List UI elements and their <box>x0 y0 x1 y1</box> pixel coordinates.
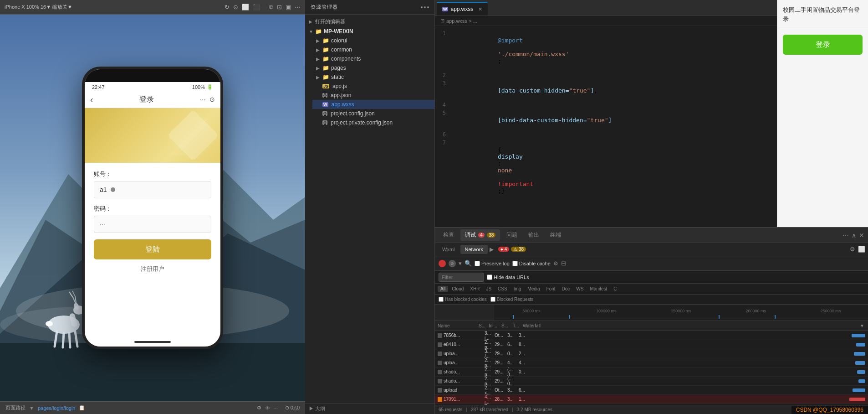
dt-tab-terminal[interactable]: 终端 <box>546 229 566 241</box>
hide-data-urls-label[interactable]: Hide data URLs <box>487 274 529 280</box>
sim-icon-2[interactable]: ⊙ <box>233 4 238 10</box>
file-pages[interactable]: ▶ 📁 pages <box>312 63 434 72</box>
svg-rect-4 <box>0 343 305 401</box>
nav-dots-btn[interactable]: ··· <box>200 96 206 104</box>
col-t: T... <box>513 323 523 328</box>
tab-close-btn[interactable]: ✕ <box>478 6 482 12</box>
header-decor-inner <box>170 119 207 156</box>
disable-cache-checkbox[interactable]: Disable cache <box>512 261 551 266</box>
bottom-settings-icon[interactable]: ⚙ <box>257 405 261 411</box>
sim-icon-6[interactable]: ⊡ <box>277 4 282 10</box>
bottom-path: pages/login/login <box>38 405 76 411</box>
filter-icon[interactable]: ▾ <box>459 260 462 267</box>
subtab-controls: ⚙ ⬜ <box>850 246 865 253</box>
dt-expand-icon[interactable]: ⋯ <box>842 232 849 239</box>
type-filter-ws[interactable]: WS <box>573 286 586 292</box>
net-row-4[interactable]: uploa... 2... p... 29... 4... 4... <box>435 358 868 367</box>
stop-btn[interactable]: ⊘ <box>449 260 456 267</box>
folder-icon: 📁 <box>322 56 329 62</box>
type-filter-css[interactable]: CSS <box>495 286 510 292</box>
sim-icon-1[interactable]: ↻ <box>225 4 230 10</box>
type-filter-doc[interactable]: Doc <box>559 286 573 292</box>
file-projectprivateconfig[interactable]: {} project.private.config.json <box>312 118 434 127</box>
file-static[interactable]: ▶ 📁 static <box>312 72 434 82</box>
open-editors-header[interactable]: ▶ 打开的编辑器 <box>305 16 434 27</box>
json-icon: {} <box>322 111 327 116</box>
dt-expand2-icon[interactable]: ⬜ <box>858 246 865 253</box>
network-settings-icon[interactable]: ⚙ <box>553 260 558 267</box>
net-row-7[interactable]: upload 2... x... Ot... 3... 6... <box>435 386 868 395</box>
path-copy-icon[interactable]: 📋 <box>79 405 85 411</box>
outline-section[interactable]: ▶ 大纲 <box>305 403 434 414</box>
type-filter-js[interactable]: JS <box>483 286 494 292</box>
dt-tab-debug[interactable]: 调试 4 38 <box>460 229 500 241</box>
type-filter-manifest[interactable]: Manifest <box>587 286 610 292</box>
bottom-more-icon[interactable]: ··· <box>274 405 278 411</box>
sim-icon-4[interactable]: ⬛ <box>253 4 260 10</box>
net-row-8[interactable]: 17091... 4... j... 28... 3... 1... <box>435 395 868 404</box>
tl-200k: 200000 ms <box>719 309 793 313</box>
net-row-1[interactable]: 7856b... 3... j... Ot... 3... 3... <box>435 331 868 340</box>
network-toolbar: ⊘ ▾ 🔍 Preserve log Disable cache ⚙ ⊟ <box>435 256 868 271</box>
dt-tab-problem[interactable]: 问题 <box>502 229 522 241</box>
type-filter-cloud[interactable]: Cloud <box>449 286 466 292</box>
col-sort-arrow[interactable]: ▼ <box>860 323 865 328</box>
file-appjson[interactable]: {} app.json <box>312 91 434 100</box>
col-size: S... <box>501 323 513 328</box>
explorer-header: 资源管理器 <box>305 0 434 15</box>
phone-register-link[interactable]: 注册用户 <box>94 265 211 273</box>
net-row-5[interactable]: shado... 2... p... 29... (... 3... 0... <box>435 367 868 377</box>
filter-input[interactable] <box>439 273 484 282</box>
type-filter-img[interactable]: Img <box>511 286 524 292</box>
dt-tab-output[interactable]: 输出 <box>524 229 544 241</box>
folder-icon: 📁 <box>315 28 322 35</box>
dt-close-icon[interactable]: ✕ <box>859 232 864 239</box>
sim-icon-7[interactable]: ▣ <box>286 4 291 10</box>
watermark: CSDN @QQ_17958060396 <box>791 406 868 414</box>
sim-icon-5[interactable]: ⧉ <box>269 4 273 11</box>
type-filter-all[interactable]: All <box>438 286 448 292</box>
blocked-cookies-label[interactable]: Has blocked cookies <box>439 297 487 302</box>
explorer-dots[interactable] <box>421 6 429 8</box>
editor-tab-appwxss[interactable]: W app.wxss ✕ <box>437 2 488 16</box>
bottom-eye-icon[interactable]: 👁 <box>265 405 270 411</box>
net-row-6[interactable]: shado... 2... p... 29... (... 0... <box>435 377 868 386</box>
account-input[interactable]: a1 <box>94 181 211 198</box>
phone-status-bar: 22:47 100% 🔋 <box>85 82 220 92</box>
preserve-log-checkbox[interactable]: Preserve log <box>475 261 510 266</box>
dt-subtab-wxml[interactable]: Wxml <box>438 245 460 254</box>
col-waterfall: Waterfall <box>523 323 860 328</box>
type-filter-media[interactable]: Media <box>525 286 542 292</box>
dt-subtab-network[interactable]: Network <box>460 245 488 254</box>
file-appjs[interactable]: JS app.js <box>312 82 434 91</box>
sim-icon-3[interactable]: ⬜ <box>242 4 249 10</box>
dt-settings-icon[interactable]: ⚙ <box>850 246 855 253</box>
type-filter-font[interactable]: Font <box>544 286 558 292</box>
net-row-3[interactable]: uploa... 3... /... 29... 0... 2... <box>435 349 868 358</box>
file-colorui[interactable]: ▶ 📁 colorui <box>312 36 434 45</box>
sim-icon-8[interactable]: ⋯ <box>295 4 301 10</box>
nav-back-btn[interactable]: ‹ <box>90 94 93 105</box>
record-btn[interactable] <box>439 260 446 267</box>
dt-tab-inspect[interactable]: 检查 <box>439 229 459 241</box>
file-components[interactable]: ▶ 📁 components <box>312 54 434 63</box>
dt-subtab-more[interactable]: ▶ <box>490 246 494 253</box>
type-filter-c[interactable]: C <box>611 286 619 292</box>
right-login-button[interactable]: 登录 <box>783 35 863 55</box>
password-input[interactable]: ··· <box>94 216 211 233</box>
search-icon[interactable]: 🔍 <box>465 260 472 267</box>
network-more-icon[interactable]: ⊟ <box>561 260 566 267</box>
network-subtabs: Wxml Network ▶ ● 4 ⚠ 38 ⚙ ⬜ <box>435 243 868 256</box>
type-filter-bar: All Cloud XHR JS CSS Img Media Font Doc … <box>435 284 868 295</box>
nav-close-btn[interactable]: ⊙ <box>209 96 215 104</box>
type-filter-xhr[interactable]: XHR <box>467 286 482 292</box>
net-row-2[interactable]: e8410... 2... p... 29... 6... 8... <box>435 340 868 349</box>
file-projectconfig[interactable]: {} project.config.json <box>312 109 434 118</box>
dt-chevron-up-icon[interactable]: ∧ <box>852 232 856 239</box>
file-common[interactable]: ▶ 📁 common <box>312 45 434 54</box>
js-icon: JS <box>322 84 329 88</box>
blocked-requests-label[interactable]: Blocked Requests <box>490 297 534 302</box>
file-project-root[interactable]: ▼ 📁 MP-WEIXIN <box>305 27 434 36</box>
phone-login-button[interactable]: 登陆 <box>94 239 211 259</box>
file-appwxss[interactable]: W app.wxss <box>312 100 434 109</box>
